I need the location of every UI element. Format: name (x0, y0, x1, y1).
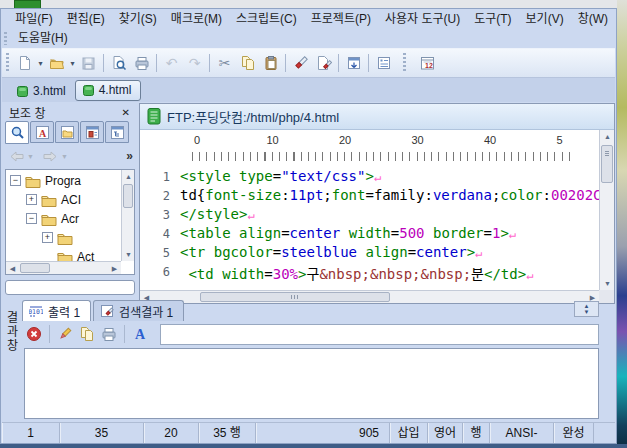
tree-vertical-scrollbar[interactable]: ▲ ▼ (121, 170, 134, 261)
erase-button[interactable] (55, 324, 75, 344)
tree-item[interactable]: −Progra (6, 171, 121, 190)
cut-button[interactable]: ✂ (213, 52, 236, 75)
forward-dropdown[interactable]: ▼ (61, 153, 68, 160)
menubar-grip-2[interactable] (4, 32, 7, 45)
code-line[interactable]: </style>↵ (180, 206, 599, 225)
editor-vertical-scrollbar[interactable]: ▲ ▼ (599, 130, 614, 290)
copy-button[interactable] (236, 52, 259, 75)
open-file-dropdown[interactable]: ▾ (68, 59, 77, 68)
sidebar-close-button[interactable]: ✕ (120, 107, 132, 118)
output-command-field[interactable] (160, 324, 599, 345)
editor-title-bar[interactable]: FTP:푸딩닷컴:/html/php/4.html (140, 104, 614, 130)
sidebar-tab-ftp[interactable] (80, 121, 104, 143)
highlight-document-button[interactable] (312, 52, 335, 75)
paste-button[interactable] (259, 52, 282, 75)
forward-arrow-icon[interactable] (42, 150, 59, 163)
expand-toggle[interactable]: + (26, 194, 37, 205)
menu-item[interactable]: 스크립트(C) (229, 10, 304, 29)
tree-hscroll-thumb[interactable] (20, 263, 50, 273)
toolbar-grip[interactable] (6, 53, 9, 73)
collapse-toggle[interactable]: − (26, 213, 37, 224)
tree-item[interactable]: + (6, 228, 121, 247)
output-panel-side-tab[interactable]: 결과창 (4, 302, 20, 362)
tree-item[interactable]: Act (6, 247, 121, 261)
menu-item[interactable]: 보기(V) (519, 10, 571, 29)
editor-vscroll-thumb[interactable] (601, 145, 613, 183)
copy-output-button[interactable] (77, 324, 97, 344)
clear-output-button[interactable] (24, 324, 44, 344)
font-button[interactable]: A (130, 324, 150, 344)
code-line[interactable]: <tr bgcolor=steelblue align=center>↵ (180, 244, 599, 263)
scroll-left-arrow[interactable]: ◀ (6, 262, 19, 275)
line-number: 5 (140, 244, 174, 263)
sidebar-tab-functions[interactable] (105, 121, 129, 143)
toolbar-separator (338, 54, 339, 72)
menu-item[interactable]: 파일(F) (8, 10, 59, 29)
menu-item[interactable]: 창(W) (571, 10, 615, 29)
scroll-up-arrow[interactable]: ▲ (600, 130, 615, 143)
code-segment-txt: =family: (365, 187, 432, 203)
menu-item[interactable]: 사용자 도구(U) (378, 10, 467, 29)
expand-toggle[interactable]: + (42, 232, 53, 243)
more-chevron[interactable]: » (126, 149, 133, 163)
menu-item[interactable]: 프로젝트(P) (304, 10, 378, 29)
status-cell: 35 행 (199, 423, 256, 443)
highlight-marker-button[interactable] (289, 52, 312, 75)
calendar-icon: 12 (419, 55, 436, 71)
code-line[interactable]: <table align=center width=500 border=1>↵ (180, 225, 599, 244)
menu-item[interactable]: 도움말(H) (11, 29, 75, 48)
ftp-tab-icon (85, 125, 100, 140)
code-segment-tag: type (239, 168, 273, 184)
scroll-right-arrow[interactable]: ▶ (108, 262, 121, 275)
code-line[interactable]: td{font-size:11pt;font=family:verdana;co… (180, 187, 599, 206)
paste-icon (263, 55, 279, 71)
svg-text:A: A (38, 127, 46, 138)
sidebar-tab-file-explorer[interactable] (5, 121, 29, 144)
app-window: 파일(F)편집(E)찾기(S)매크로(M)스크립트(C)프로젝트(P)사용자 도… (0, 8, 617, 444)
code-area[interactable]: <style type="text/css">↵td{font-size:11p… (180, 168, 599, 289)
code-segment-txt: = (281, 225, 289, 241)
code-segment-brk: ↵ (247, 208, 254, 222)
open-file-button[interactable] (45, 52, 68, 75)
browser-preview-button[interactable] (342, 52, 365, 75)
save-button[interactable] (77, 52, 100, 75)
undo-button[interactable]: ↶ (160, 52, 183, 75)
code-line[interactable]: <td width=30%>구&nbsp;&nbsp;&nbsp;분</td>↵ (180, 263, 599, 282)
tree-horizontal-scrollbar[interactable]: ◀ ▶ (6, 261, 121, 274)
back-dropdown[interactable]: ▼ (27, 153, 34, 160)
menu-item[interactable]: 편집(E) (60, 10, 112, 29)
panel-resize-spinner[interactable]: ▲▼ (574, 301, 599, 317)
sidebar-filter-input[interactable] (5, 280, 135, 295)
menu-item[interactable]: 찾기(S) (112, 10, 164, 29)
new-file-button[interactable] (13, 52, 36, 75)
sidebar-tab-cliptext[interactable]: A (30, 121, 54, 143)
collapse-toggle[interactable]: − (10, 175, 21, 186)
toolbar-grip-2[interactable] (403, 53, 406, 73)
document-list-button[interactable] (372, 52, 395, 75)
scroll-down-arrow[interactable]: ▼ (122, 248, 135, 261)
output-text-area[interactable] (24, 348, 599, 419)
code-segment-tag: border (433, 225, 484, 241)
tab-search-results-1[interactable]: 검색결과 1 (93, 300, 184, 321)
redo-button[interactable]: ↷ (183, 52, 206, 75)
code-segment-tag: color (500, 187, 542, 203)
tree-vscroll-thumb[interactable] (123, 184, 133, 208)
print-preview-button[interactable] (107, 52, 130, 75)
sidebar-tab-directory[interactable] (55, 121, 79, 143)
menu-item[interactable]: 도구(T) (467, 10, 518, 29)
insert-date-button[interactable]: 12 (416, 52, 439, 75)
back-arrow-icon[interactable] (8, 150, 25, 163)
new-file-dropdown[interactable]: ▾ (36, 59, 45, 68)
tab-4-html[interactable]: 4.html (75, 80, 142, 101)
folder-icon (57, 231, 73, 245)
tab-3-html[interactable]: 3.html (10, 82, 75, 101)
print-output-button[interactable] (99, 324, 119, 344)
tree-item[interactable]: +ACI (6, 190, 121, 209)
scroll-up-arrow[interactable]: ▲ (122, 170, 135, 183)
code-line[interactable]: <style type="text/css">↵ (180, 168, 599, 187)
scroll-down-arrow[interactable]: ▼ (600, 277, 615, 290)
tree-item[interactable]: −Acr (6, 209, 121, 228)
menu-item[interactable]: 매크로(M) (164, 10, 229, 29)
print-button[interactable] (130, 52, 153, 75)
tab-output-1[interactable]: 0101 출력 1 (22, 300, 91, 321)
